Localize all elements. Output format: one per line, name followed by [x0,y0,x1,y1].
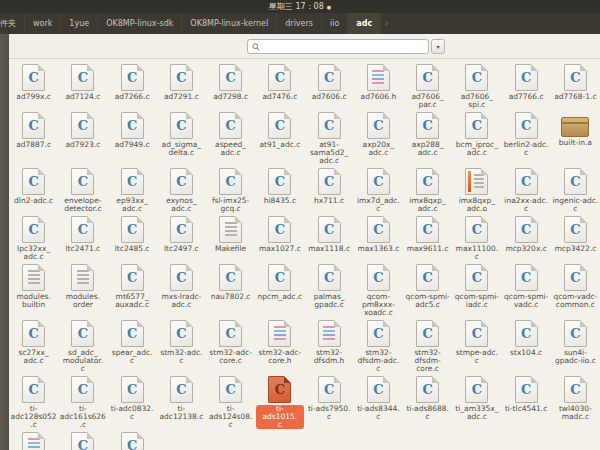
file-item[interactable]: Cep93xx_ adc.c [108,168,156,213]
file-item[interactable]: Cnpcm_adc.c [256,264,304,301]
file-item[interactable]: Cat91_adc.c [256,112,304,149]
file-item[interactable]: Cad7949.c [108,112,156,149]
file-item[interactable]: Cti- adc161s626 .c [59,376,107,429]
file-item[interactable]: Cmxs-lradc- adc.c [157,264,205,309]
file-item[interactable]: Cfsl-imx25- gcq.c [207,168,255,213]
file-item[interactable]: Cbcm_iproc_ adc.c [453,112,501,157]
file-item[interactable]: Cad7476.c [256,64,304,101]
file-item[interactable]: Cstm32- dfsdm-adc. c [354,320,402,373]
file-item[interactable]: Cmax1027.c [256,216,304,253]
file-item[interactable]: Cmax1118.c [305,216,353,253]
file-item[interactable]: Cti-adc0832. c [108,376,156,421]
search-input[interactable] [260,41,424,52]
file-item[interactable]: Cad7923.c [59,112,107,149]
path-tab-drivers[interactable]: drivers [277,13,322,34]
file-item[interactable]: Cqcom-spmi- iadc.c [453,264,501,309]
file-item[interactable]: Cltc2497.c [157,216,205,253]
file-item[interactable]: Cdln2-adc.c [10,168,58,205]
path-tab-iio[interactable]: iio [322,13,348,34]
file-item[interactable]: Cimx7d_adc. c [354,168,402,213]
file-item[interactable]: Cmax1363.c [354,216,402,253]
file-item[interactable]: Cstm32-adc. c [157,320,205,365]
file-item[interactable]: Cti- ads124s08. c [207,376,255,429]
file-item[interactable]: Cad7606.c [305,64,353,101]
file-item[interactable]: modules. builtin [10,264,58,309]
file-item[interactable]: stm32-adc- core.h [256,320,304,365]
file-item[interactable]: Cti-ads1015. c [256,376,304,429]
file-item[interactable]: Chx711.c [305,168,353,205]
file-item[interactable]: Cenvelope- detector.c [59,168,107,213]
file-item[interactable]: Cexynos_ adc.c [157,168,205,213]
file-item[interactable]: built-in.a [551,112,599,147]
file-item[interactable]: Cingenic-adc. c [551,168,599,213]
file-item[interactable]: Cltc2471.c [59,216,107,253]
path-tab-1yue[interactable]: 1yue [61,13,98,34]
file-item[interactable]: Cad7124.c [59,64,107,101]
path-tab-adc[interactable]: adc [348,13,381,34]
file-item[interactable]: C [59,432,107,450]
file-item[interactable]: Cti-tlc4541.c [502,376,550,413]
file-item[interactable]: Cstm32- dfsdm- core.c [404,320,452,373]
file-item[interactable]: Cmcp3422.c [551,216,599,253]
file-item[interactable]: Chi8435.c [256,168,304,205]
file-item[interactable]: Cti- adc128s052 .c [10,376,58,429]
file-item[interactable]: Cqcom- pm8xxx- xoadc.c [354,264,402,317]
file-item[interactable]: Cspear_adc. c [108,320,156,365]
file-item[interactable]: Cad7298.c [207,64,255,101]
file-item[interactable]: Cmax11100. c [453,216,501,261]
file-item[interactable]: Cti-ads8688. c [404,376,452,421]
file-item[interactable]: Cad7291.c [157,64,205,101]
file-item[interactable]: C [108,432,156,450]
file-item[interactable]: Cltc2485.c [108,216,156,253]
file-item[interactable]: Cad7768-1.c [551,64,599,101]
file-item[interactable]: Caxp288_ adc.c [404,112,452,157]
file-item[interactable]: Cstmpe-adc. c [453,320,501,365]
file-item[interactable]: Cti_am335x_ adc.c [453,376,501,421]
file-item[interactable]: Caxp20x_ adc.c [354,112,402,157]
file-label: ad7768-1.c [554,93,596,101]
file-item[interactable]: Cqcom-spmi- adc5.c [404,264,452,309]
path-tab-work[interactable]: work [25,13,61,34]
file-item[interactable]: Cad799x.c [10,64,58,101]
file-item[interactable]: Cstx104.c [502,320,550,357]
file-item[interactable]: Cimx8qxp_ adc.c [404,168,452,213]
file-item[interactable]: Cqcom-vadc- common.c [551,264,599,309]
file-item[interactable]: Cina2xx-adc. c [502,168,550,213]
file-item[interactable]: Cad7266.c [108,64,156,101]
file-item[interactable]: Cti-ads7950. c [305,376,353,421]
file-item[interactable]: Cti- adc12138.c [157,376,205,421]
file-item[interactable]: imx8qxp_ adc.o [453,168,501,213]
file-item[interactable]: Cad7606_ par.c [404,64,452,109]
file-item[interactable]: Cqcom-spmi- vadc.c [502,264,550,309]
file-item[interactable]: Csd_adc_ modulator. c [59,320,107,373]
file-item[interactable]: Cad_sigma_ delta.c [157,112,205,157]
path-tab-OK8MP-linux-kernel[interactable]: OK8MP-linux-kernel [182,13,277,34]
file-item[interactable] [10,432,58,450]
file-item[interactable]: Cti-ads8344. c [354,376,402,421]
file-item[interactable]: Makefile [207,216,255,253]
file-item[interactable]: Ctwl4030- madc.c [551,376,599,421]
file-item[interactable]: stm32- dfsdm.h [305,320,353,365]
file-item[interactable]: Cberlin2-adc. c [502,112,550,157]
file-item[interactable]: Cmax9611.c [404,216,452,253]
path-tab-件夹[interactable]: 件夹 [0,13,25,34]
file-item[interactable]: Cstm32-adc- core.c [207,320,255,365]
file-item[interactable]: Cmcp320x.c [502,216,550,253]
sidebar-edge[interactable] [0,34,9,450]
search-box[interactable] [247,39,429,54]
file-item[interactable]: Csc27xx_ adc.c [10,320,58,365]
file-item[interactable]: Cpalmas_ gpadc.c [305,264,353,309]
file-item[interactable]: Csun4i- gpadc-iio.c [551,320,599,365]
file-item[interactable]: Cat91- sama5d2_ adc.c [305,112,353,165]
file-item[interactable]: Clpc32xx_ adc.c [10,216,58,261]
file-item[interactable]: Cad7766.c [502,64,550,101]
file-item[interactable]: Cmt6577_ auxadc.c [108,264,156,309]
search-dropdown-button[interactable]: ▾ [431,39,445,54]
file-item[interactable]: Cad7887.c [10,112,58,149]
file-item[interactable]: Caspeed_ adc.c [207,112,255,157]
file-item[interactable]: Cnau7802.c [207,264,255,301]
file-item[interactable]: Cad7606_ spi.c [453,64,501,109]
path-tab-OK8MP-linux-sdk[interactable]: OK8MP-linux-sdk [98,13,182,34]
file-item[interactable]: ad7606.h [354,64,402,101]
file-item[interactable]: modules. order [59,264,107,309]
